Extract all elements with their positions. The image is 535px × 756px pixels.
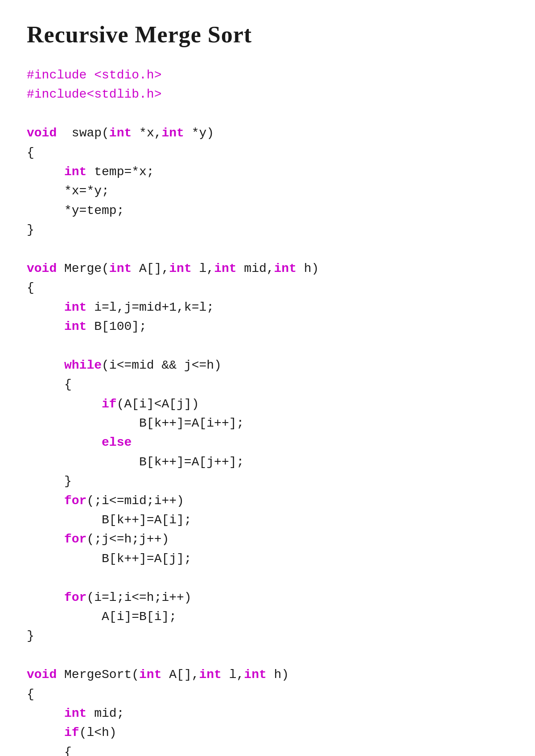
kw-for-2: for bbox=[64, 532, 86, 546]
kw-void-swap: void bbox=[27, 126, 57, 140]
brace-close-merge: } bbox=[27, 629, 34, 643]
include-line-2: #include<stdlib.h> bbox=[27, 87, 161, 101]
page-title: Recursive Merge Sort bbox=[27, 21, 508, 48]
kw-int-2: int bbox=[162, 126, 184, 140]
swap-body-1: temp=*x; bbox=[86, 165, 154, 179]
kw-if-ms: if bbox=[64, 726, 79, 740]
swap-body-2: *x=*y; bbox=[64, 184, 109, 198]
kw-if: if bbox=[102, 397, 117, 411]
swap-body-3: *y=temp; bbox=[64, 204, 124, 218]
kw-int-ms-1: int bbox=[139, 668, 161, 682]
ms-if-brace-open: { bbox=[64, 745, 72, 756]
brace-open-merge: { bbox=[27, 281, 34, 295]
brace-open-ms: { bbox=[27, 687, 34, 701]
merge-param-4: h) bbox=[296, 262, 319, 275]
code-content: #include <stdio.h> #include<stdlib.h> vo… bbox=[27, 66, 508, 756]
fn-swap: swap( bbox=[64, 126, 109, 140]
merge-b: B[100]; bbox=[86, 320, 146, 333]
kw-int-merge-3: int bbox=[214, 262, 236, 275]
swap-params: *x, bbox=[132, 126, 161, 140]
kw-int-mid: int bbox=[64, 707, 86, 720]
kw-int-b: int bbox=[64, 320, 86, 333]
fn-mergesort: MergeSort( bbox=[57, 668, 139, 682]
kw-for-1: for bbox=[64, 494, 86, 508]
swap-params-2: *y) bbox=[184, 126, 214, 140]
for-2: (;j<=h;j++) bbox=[86, 532, 169, 546]
ms-param-1: A[], bbox=[161, 668, 199, 682]
kw-while: while bbox=[64, 358, 102, 372]
ms-param-2: l, bbox=[222, 668, 244, 682]
kw-int-temp: int bbox=[64, 165, 86, 179]
kw-int-merge-2: int bbox=[169, 262, 191, 275]
merge-param-1: A[], bbox=[132, 262, 169, 275]
for-3: (i=l;i<=h;i++) bbox=[86, 591, 191, 604]
fn-merge: Merge( bbox=[57, 262, 109, 275]
while-brace-close: } bbox=[64, 474, 72, 488]
else-body: B[k++]=A[j++]; bbox=[139, 455, 244, 469]
brace-close-swap: } bbox=[27, 223, 34, 237]
kw-int-merge-4: int bbox=[274, 262, 296, 275]
while-cond: (i<=mid && j<=h) bbox=[102, 358, 222, 372]
ms-param-3: h) bbox=[267, 668, 289, 682]
for-1-body: B[k++]=A[i]; bbox=[102, 513, 192, 527]
ms-if-cond: (l<h) bbox=[79, 726, 117, 740]
if-cond: (A[i]<A[j]) bbox=[117, 397, 199, 411]
ms-mid: mid; bbox=[86, 707, 124, 720]
for-3-body: A[i]=B[i]; bbox=[102, 610, 177, 624]
kw-int-ms-2: int bbox=[199, 668, 222, 682]
for-2-body: B[k++]=A[j]; bbox=[102, 552, 192, 566]
if-body: B[k++]=A[i++]; bbox=[139, 416, 244, 430]
kw-else: else bbox=[102, 436, 132, 449]
merge-param-3: mid, bbox=[237, 262, 274, 275]
kw-int-ms-3: int bbox=[244, 668, 266, 682]
include-line-1: #include <stdio.h> bbox=[27, 68, 161, 82]
kw-int-merge-1: int bbox=[109, 262, 132, 275]
code-block: #include <stdio.h> #include<stdlib.h> vo… bbox=[27, 66, 508, 756]
brace-open-swap: { bbox=[27, 146, 34, 160]
while-brace-open: { bbox=[64, 378, 72, 391]
kw-int-1: int bbox=[109, 126, 132, 140]
kw-void-mergesort: void bbox=[27, 668, 57, 682]
merge-param-2: l, bbox=[192, 262, 214, 275]
kw-for-3: for bbox=[64, 591, 86, 604]
kw-int-merge-vars: int bbox=[64, 300, 86, 314]
for-1: (;i<=mid;i++) bbox=[86, 494, 184, 508]
kw-void-merge: void bbox=[27, 262, 57, 275]
merge-vars: i=l,j=mid+1,k=l; bbox=[86, 300, 214, 314]
